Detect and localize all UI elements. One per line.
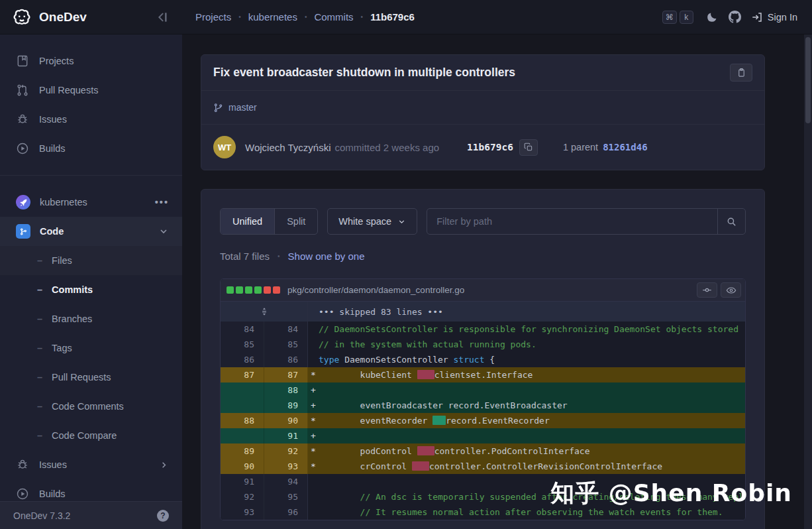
new-line-number[interactable]: 93 [264, 459, 308, 474]
code-cell: + [308, 382, 745, 398]
commit-title: Fix event broadcaster shutdown in multip… [213, 66, 730, 80]
onedev-logo-icon[interactable] [12, 7, 32, 27]
change-square [254, 286, 262, 294]
new-line-number[interactable]: 90 [264, 413, 308, 428]
code-cell: type DaemonSetsController struct { [308, 352, 745, 367]
commit-card: Fix event broadcaster shutdown in multip… [201, 54, 765, 170]
commit-option-button[interactable] [697, 282, 717, 298]
old-line-number[interactable]: 91 [221, 474, 264, 489]
breadcrumb-item[interactable]: kubernetes [248, 11, 297, 23]
whitespace-dropdown[interactable]: White space [327, 208, 417, 235]
new-line-number[interactable]: 95 [264, 489, 308, 504]
new-line-number[interactable]: 85 [264, 337, 308, 352]
copy-commit-message-button[interactable] [730, 64, 752, 82]
old-line-number[interactable]: 86 [221, 352, 264, 367]
sidebar-project-kubernetes[interactable]: kubernetes ••• [0, 188, 182, 217]
sidebar-footer: OneDev 7.3.2 ? [0, 501, 182, 529]
deleted-whitespace-block [417, 446, 434, 455]
show-one-by-one-link[interactable]: Show one by one [288, 251, 365, 262]
sidebar-item-builds[interactable]: Builds [0, 134, 182, 163]
sidebar-item-pull-requests[interactable]: Pull Requests [0, 76, 182, 105]
old-line-number[interactable]: 89 [221, 443, 264, 459]
code-cell: * kubeClient clientset.Interface [308, 367, 745, 382]
chevron-down-icon [158, 226, 169, 237]
new-line-number[interactable]: 88 [264, 382, 308, 398]
unified-view-button[interactable]: Unified [221, 209, 274, 234]
breadcrumb-item[interactable]: Commits [314, 11, 353, 23]
sidebar-item-tags[interactable]: – Tags [0, 333, 182, 363]
sidebar-divider [0, 175, 182, 176]
sidebar-item-projects[interactable]: Projects [0, 46, 182, 76]
help-icon[interactable]: ? [157, 510, 169, 522]
old-line-number[interactable] [221, 382, 264, 398]
breadcrumb-item[interactable]: Projects [195, 11, 231, 23]
copy-hash-button[interactable] [519, 139, 538, 156]
collapse-sidebar-icon[interactable] [157, 11, 170, 24]
sidebar-item-branches[interactable]: – Branches [0, 304, 182, 333]
old-line-number[interactable]: 85 [221, 337, 264, 352]
new-line-number[interactable]: 87 [264, 367, 308, 382]
copy-icon [524, 143, 533, 152]
inserted-whitespace-block [432, 416, 446, 425]
page-scrollbar[interactable] [804, 34, 812, 529]
split-view-button[interactable]: Split [274, 209, 317, 234]
new-line-number[interactable]: 94 [264, 474, 308, 489]
old-line-number[interactable] [221, 428, 264, 443]
old-line-number[interactable]: 87 [221, 367, 264, 382]
view-mode-switch: Unified Split [220, 208, 318, 235]
deleted-whitespace-block [417, 370, 434, 379]
clipboard-icon [736, 68, 746, 78]
parent-hash-link[interactable]: 81261d46 [603, 142, 647, 152]
search-icon [726, 216, 737, 227]
filter-by-path-input[interactable] [427, 209, 717, 234]
sidebar-item-pull-requests-sub[interactable]: – Pull Requests [0, 363, 182, 392]
diff-marker: * [308, 446, 319, 456]
view-file-button[interactable] [721, 282, 741, 298]
sidebar-item-label: Issues [39, 114, 67, 125]
dark-mode-icon[interactable] [706, 11, 719, 23]
project-menu-icon[interactable]: ••• [155, 197, 169, 207]
file-path[interactable]: pkg/controller/daemon/daemon_controller.… [287, 285, 693, 295]
old-line-number[interactable] [221, 398, 264, 413]
new-line-number[interactable]: 91 [264, 428, 308, 443]
sidebar-item-issues-project[interactable]: Issues [0, 450, 182, 479]
sidebar-item-issues[interactable]: Issues [0, 105, 182, 134]
scrollbar-thumb[interactable] [805, 37, 811, 123]
diff-line: ••• skipped 83 lines ••• [221, 302, 745, 322]
old-line-number[interactable]: 93 [221, 504, 264, 520]
change-square [245, 286, 252, 294]
diff-line: 8787* kubeClient clientset.Interface [221, 367, 745, 382]
sidebar-item-label: Builds [39, 143, 66, 154]
old-line-number[interactable]: 84 [221, 322, 264, 337]
sign-in-button[interactable]: Sign In [751, 11, 797, 23]
expand-skipped-lines-button[interactable] [221, 302, 308, 322]
code-section-label: Code [40, 226, 64, 237]
diff-line: 8890* eventRecorder record.EventRecorder [221, 413, 745, 428]
old-line-number[interactable]: 90 [221, 459, 264, 474]
diff-marker: + [308, 431, 319, 441]
path-filter [427, 208, 746, 235]
sidebar-item-label: Pull Requests [39, 85, 98, 95]
branch-name[interactable]: master [228, 102, 257, 113]
new-line-number[interactable]: 84 [264, 322, 308, 337]
old-line-number[interactable]: 92 [221, 489, 264, 504]
diff-marker: * [308, 416, 319, 426]
diff-line: 89+ eventBroadcaster record.EventBroadca… [221, 398, 745, 413]
old-line-number[interactable]: 88 [221, 413, 264, 428]
book-icon [16, 54, 29, 68]
diff-line: 88+ [221, 382, 745, 398]
sidebar-item-code-compare[interactable]: – Code Compare [0, 421, 182, 450]
breadcrumb-separator: • [305, 13, 307, 21]
new-line-number[interactable]: 89 [264, 398, 308, 413]
k-key: k [680, 11, 693, 24]
sidebar-item-code-comments[interactable]: – Code Comments [0, 392, 182, 421]
new-line-number[interactable]: 96 [264, 504, 308, 520]
new-line-number[interactable]: 92 [264, 443, 308, 459]
sidebar-item-commits[interactable]: – Commits [0, 275, 182, 304]
total-files-label: Total 7 files [220, 251, 270, 262]
sidebar-section-code[interactable]: Code [0, 217, 182, 246]
new-line-number[interactable]: 86 [264, 352, 308, 367]
search-button[interactable] [717, 209, 745, 234]
github-icon[interactable] [729, 11, 741, 23]
sidebar-item-files[interactable]: – Files [0, 246, 182, 275]
